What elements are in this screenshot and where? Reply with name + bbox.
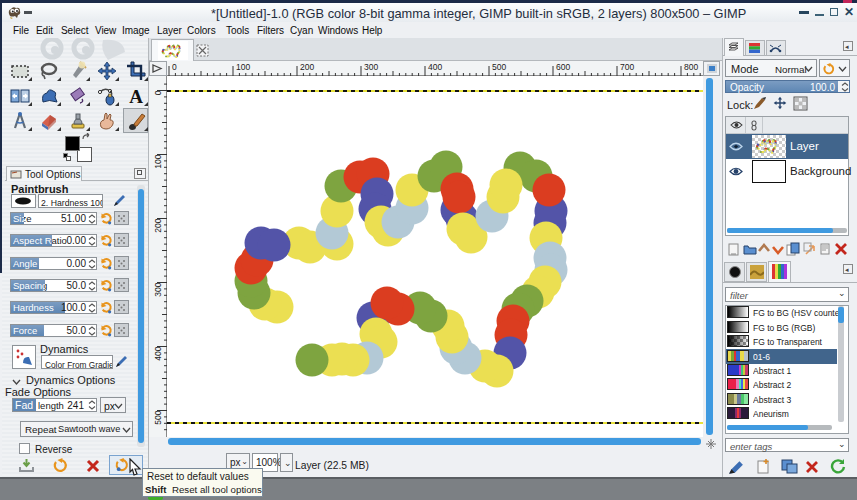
svg-text:300: 300	[153, 282, 163, 296]
svg-text:A: A	[129, 86, 143, 106]
svg-text:400: 400	[428, 62, 442, 72]
svg-text:100: 100	[236, 62, 250, 72]
svg-text:0: 0	[153, 90, 163, 95]
svg-text:200: 200	[153, 218, 163, 232]
svg-text:700: 700	[620, 62, 634, 72]
svg-text:400: 400	[153, 346, 163, 360]
svg-text:100: 100	[153, 154, 163, 168]
svg-text:0: 0	[172, 62, 177, 72]
svg-text:300: 300	[364, 62, 378, 72]
svg-text:500: 500	[492, 62, 506, 72]
svg-text:500: 500	[153, 410, 163, 424]
svg-text:600: 600	[556, 62, 570, 72]
svg-text:800: 800	[684, 62, 698, 72]
svg-text:200: 200	[300, 62, 314, 72]
